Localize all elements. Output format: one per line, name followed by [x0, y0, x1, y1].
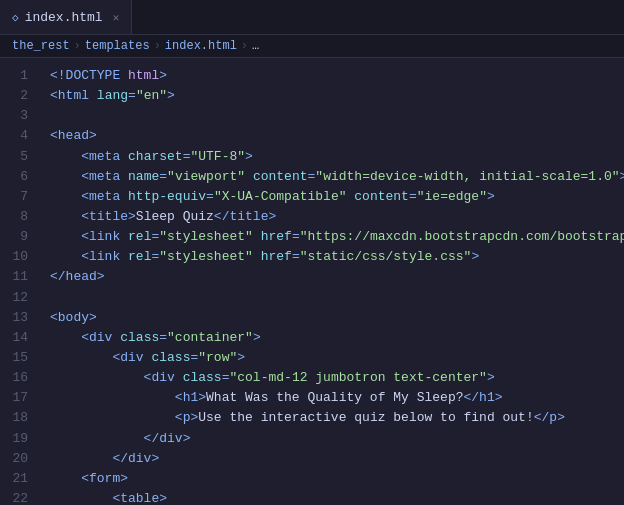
code-line — [50, 106, 612, 126]
active-tab[interactable]: ◇ index.html ✕ — [0, 0, 132, 34]
line-number: 4 — [0, 126, 28, 146]
html-file-icon: ◇ — [12, 11, 19, 24]
line-number: 19 — [0, 429, 28, 449]
line-number: 10 — [0, 247, 28, 267]
line-number: 5 — [0, 147, 28, 167]
code-editor: 1234567891011121314151617181920212223242… — [0, 58, 624, 502]
code-line: </div> — [50, 429, 612, 449]
breadcrumb-templates[interactable]: templates — [85, 39, 150, 53]
line-number: 3 — [0, 106, 28, 126]
breadcrumb-ellipsis: … — [252, 39, 259, 53]
line-numbers: 1234567891011121314151617181920212223242… — [0, 58, 38, 502]
line-number: 9 — [0, 227, 28, 247]
breadcrumb-sep-1: › — [74, 39, 81, 53]
breadcrumb-file[interactable]: index.html — [165, 39, 237, 53]
code-line: </head> — [50, 267, 612, 287]
breadcrumb: the_rest › templates › index.html › … — [0, 35, 624, 58]
code-area: 1234567891011121314151617181920212223242… — [0, 58, 624, 502]
breadcrumb-sep-2: › — [154, 39, 161, 53]
code-line: <html lang="en"> — [50, 86, 612, 106]
code-line: <form> — [50, 469, 612, 489]
code-line: <link rel="stylesheet" href="static/css/… — [50, 247, 612, 267]
code-line: <p>Use the interactive quiz below to fin… — [50, 408, 612, 428]
line-number: 17 — [0, 388, 28, 408]
code-line: <meta http-equiv="X-UA-Compatible" conte… — [50, 187, 612, 207]
line-number: 14 — [0, 328, 28, 348]
code-line — [50, 288, 612, 308]
line-number: 20 — [0, 449, 28, 469]
tab-label: index.html — [25, 10, 103, 25]
code-line: <table> — [50, 489, 612, 502]
line-number: 16 — [0, 368, 28, 388]
code-content[interactable]: <!DOCTYPE html><html lang="en"> <head> <… — [38, 58, 624, 502]
line-number: 11 — [0, 267, 28, 287]
line-number: 6 — [0, 167, 28, 187]
line-number: 8 — [0, 207, 28, 227]
close-tab-icon[interactable]: ✕ — [113, 11, 120, 24]
code-line: <body> — [50, 308, 612, 328]
breadcrumb-sep-3: › — [241, 39, 248, 53]
line-number: 7 — [0, 187, 28, 207]
code-line: <!DOCTYPE html> — [50, 66, 612, 86]
line-number: 18 — [0, 408, 28, 428]
code-line: <div class="col-md-12 jumbotron text-cen… — [50, 368, 612, 388]
code-line: <h1>What Was the Quality of My Sleep?</h… — [50, 388, 612, 408]
code-line: <meta name="viewport" content="width=dev… — [50, 167, 612, 187]
tab-bar: ◇ index.html ✕ — [0, 0, 624, 35]
line-number: 21 — [0, 469, 28, 489]
code-line: <head> — [50, 126, 612, 146]
code-line: <div class="container"> — [50, 328, 612, 348]
line-number: 22 — [0, 489, 28, 502]
code-line: <div class="row"> — [50, 348, 612, 368]
line-number: 12 — [0, 288, 28, 308]
line-number: 13 — [0, 308, 28, 328]
line-number: 15 — [0, 348, 28, 368]
code-line: <title>Sleep Quiz</title> — [50, 207, 612, 227]
code-line: <meta charset="UTF-8"> — [50, 147, 612, 167]
code-line: <link rel="stylesheet" href="https://max… — [50, 227, 612, 247]
line-number: 1 — [0, 66, 28, 86]
line-number: 2 — [0, 86, 28, 106]
breadcrumb-root[interactable]: the_rest — [12, 39, 70, 53]
code-line: </div> — [50, 449, 612, 469]
